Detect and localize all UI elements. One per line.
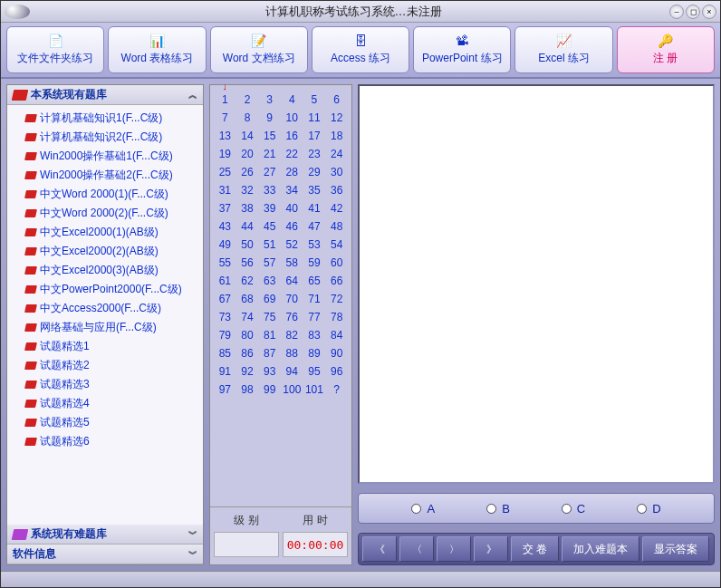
word-table-practice-button[interactable]: 📊Word 表格练习	[108, 26, 206, 73]
question-number-cell[interactable]: 4	[281, 91, 303, 109]
question-number-cell[interactable]: 46	[281, 217, 303, 236]
show-answer-button[interactable]: 显示答案	[642, 536, 709, 562]
question-number-cell[interactable]: 54	[325, 236, 348, 254]
word-doc-practice-button[interactable]: 📝Word 文档练习	[210, 26, 308, 73]
question-number-cell[interactable]: 79	[214, 326, 236, 344]
question-number-cell[interactable]: 73	[214, 308, 236, 326]
question-number-cell[interactable]: 38	[236, 199, 259, 217]
question-number-cell[interactable]: 25	[214, 163, 236, 181]
question-number-cell[interactable]: 63	[258, 272, 281, 290]
question-number-cell[interactable]: 9	[258, 109, 281, 127]
question-number-cell[interactable]: 24	[325, 145, 348, 163]
answer-option-d[interactable]: D	[637, 502, 660, 516]
question-number-cell[interactable]: 21	[258, 145, 281, 163]
question-number-cell[interactable]: 88	[281, 344, 303, 362]
sidebar-item[interactable]: 中文Excel2000(1)(AB级)	[9, 223, 201, 242]
question-number-cell[interactable]: 5	[303, 91, 326, 109]
question-number-cell[interactable]: 1	[214, 91, 236, 109]
question-number-cell[interactable]: 40	[281, 199, 303, 217]
sidebar-item[interactable]: 中文Access2000(F...C级)	[9, 299, 201, 318]
question-number-cell[interactable]: 66	[325, 272, 348, 290]
question-number-cell[interactable]: 81	[258, 326, 281, 344]
sidebar-item[interactable]: 中文Word 2000(2)(F...C级)	[9, 204, 201, 223]
question-number-cell[interactable]: 20	[236, 145, 259, 163]
question-number-cell[interactable]: 3	[258, 91, 281, 109]
question-number-cell[interactable]: 7	[214, 109, 236, 127]
question-number-cell[interactable]: 60	[325, 254, 348, 272]
question-number-cell[interactable]: 29	[303, 163, 326, 181]
sidebar-section-question-bank[interactable]: 本系统现有题库 ︽	[7, 85, 203, 105]
question-number-cell[interactable]: 37	[214, 199, 236, 217]
question-number-cell[interactable]: 69	[258, 290, 281, 308]
question-number-cell[interactable]: 94	[281, 362, 303, 381]
question-number-cell[interactable]: 87	[258, 344, 281, 362]
question-number-cell[interactable]: 47	[303, 217, 326, 236]
question-number-cell[interactable]: 17	[303, 127, 326, 145]
question-number-cell[interactable]: 14	[236, 127, 259, 145]
question-number-cell[interactable]: 97	[214, 381, 236, 399]
first-button[interactable]: 《	[362, 536, 397, 562]
folder-practice-button[interactable]: 📄文件文件夹练习	[6, 26, 104, 73]
question-number-cell[interactable]: 96	[325, 362, 348, 381]
excel-practice-button[interactable]: 📈Excel 练习	[514, 26, 612, 73]
question-number-cell[interactable]: 59	[303, 254, 326, 272]
question-number-cell[interactable]: 76	[281, 308, 303, 326]
question-number-cell[interactable]: 68	[236, 290, 259, 308]
question-number-cell[interactable]: 6	[325, 91, 348, 109]
question-number-cell[interactable]: 36	[325, 181, 348, 199]
question-number-cell[interactable]: 71	[303, 290, 326, 308]
question-number-cell[interactable]: 84	[325, 326, 348, 344]
question-number-cell[interactable]: 27	[258, 163, 281, 181]
question-number-cell[interactable]: 61	[214, 272, 236, 290]
question-number-cell[interactable]: 45	[258, 217, 281, 236]
sidebar-item[interactable]: Win2000操作基础1(F...C级)	[9, 147, 201, 166]
question-number-cell[interactable]: 56	[236, 254, 259, 272]
question-number-cell[interactable]: 57	[258, 254, 281, 272]
question-number-cell[interactable]: 75	[258, 308, 281, 326]
question-number-cell[interactable]: 72	[325, 290, 348, 308]
question-number-cell[interactable]: 65	[303, 272, 326, 290]
question-number-cell[interactable]: 93	[258, 362, 281, 381]
question-number-cell[interactable]: 30	[325, 163, 348, 181]
sidebar-item[interactable]: 试题精选4	[9, 394, 201, 413]
question-number-cell[interactable]: 89	[303, 344, 326, 362]
question-number-cell[interactable]: 58	[281, 254, 303, 272]
sidebar-item[interactable]: 试题精选1	[9, 337, 201, 356]
question-number-cell[interactable]: 15	[258, 127, 281, 145]
add-hard-button[interactable]: 加入难题本	[562, 536, 639, 562]
question-number-cell[interactable]: 78	[325, 308, 348, 326]
question-number-cell[interactable]: 82	[281, 326, 303, 344]
question-number-cell[interactable]: 49	[214, 236, 236, 254]
question-number-cell[interactable]: 85	[214, 344, 236, 362]
sidebar-item[interactable]: 中文Excel2000(3)(AB级)	[9, 261, 201, 280]
sidebar-item[interactable]: 中文PowerPoint2000(F...C级)	[9, 280, 201, 299]
question-number-cell[interactable]: 50	[236, 236, 259, 254]
question-number-cell[interactable]: 67	[214, 290, 236, 308]
question-number-cell[interactable]: 99	[258, 381, 281, 399]
question-number-cell[interactable]: 86	[236, 344, 259, 362]
question-number-cell[interactable]: 91	[214, 362, 236, 381]
powerpoint-practice-button[interactable]: 📽PowerPoint 练习	[413, 26, 511, 73]
sidebar-section-software-info[interactable]: 软件信息 ︾	[7, 545, 203, 564]
question-number-cell[interactable]: 35	[303, 181, 326, 199]
question-number-cell[interactable]: ?	[325, 381, 348, 399]
question-number-cell[interactable]: 28	[281, 163, 303, 181]
question-number-cell[interactable]: 33	[258, 181, 281, 199]
sidebar-item[interactable]: 试题精选2	[9, 356, 201, 375]
sidebar-item[interactable]: 网络基础与应用(F...C级)	[9, 318, 201, 337]
close-button[interactable]: ×	[702, 5, 716, 19]
question-number-cell[interactable]: 64	[281, 272, 303, 290]
question-number-cell[interactable]: 44	[236, 217, 259, 236]
sidebar-item[interactable]: 中文Word 2000(1)(F...C级)	[9, 185, 201, 204]
sidebar-section-hard-bank[interactable]: 系统现有难题库 ︾	[7, 525, 203, 545]
sidebar-item[interactable]: 计算机基础知识1(F...C级)	[9, 109, 201, 128]
question-number-cell[interactable]: 100	[281, 381, 303, 399]
last-button[interactable]: 》	[474, 536, 508, 562]
question-number-cell[interactable]: 83	[303, 326, 326, 344]
question-number-cell[interactable]: 90	[325, 344, 348, 362]
question-number-cell[interactable]: 32	[236, 181, 259, 199]
question-number-cell[interactable]: 12	[325, 109, 348, 127]
question-number-cell[interactable]: 42	[325, 199, 348, 217]
minimize-button[interactable]: –	[669, 5, 684, 19]
question-number-cell[interactable]: 23	[303, 145, 326, 163]
